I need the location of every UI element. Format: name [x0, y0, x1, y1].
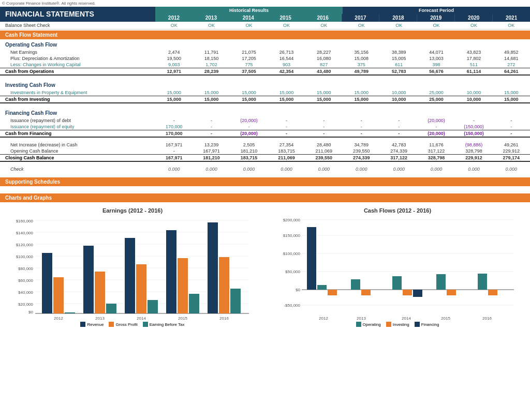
row-val: - — [493, 124, 530, 130]
svg-text:$140,000: $140,000 — [16, 231, 34, 235]
row-val: (20,000) — [418, 117, 455, 124]
row-vals: 167,971181,210183,715211,069239,550274,3… — [155, 155, 530, 161]
row-val: 15,000 — [493, 89, 530, 96]
row-val: - — [343, 130, 380, 137]
balance-check-val: OK — [268, 22, 305, 29]
balance-check-val: OK — [380, 22, 417, 29]
cashflows-legend: Operating Investing Financing — [356, 322, 439, 327]
charts-section-header: Charts and Graphs — [0, 193, 530, 202]
row-val: 14,681 — [493, 55, 530, 62]
svg-text:$40,000: $40,000 — [18, 290, 33, 295]
check-val: 0.000 — [305, 166, 343, 172]
svg-rect-60 — [478, 274, 487, 290]
year-2012: 2012 — [155, 14, 193, 22]
year-2020: 2020 — [454, 14, 492, 22]
svg-text:$160,000: $160,000 — [16, 219, 34, 223]
row-val: 1,702 — [193, 62, 230, 68]
year-2017: 2017 — [342, 14, 379, 22]
svg-text:2014: 2014 — [402, 316, 411, 320]
row-val: - — [193, 124, 230, 130]
row-val: - — [455, 117, 492, 124]
row-val: - — [155, 148, 193, 154]
svg-text:2013: 2013 — [357, 316, 366, 320]
row-val: 12,971 — [155, 68, 193, 74]
earnings-chart-title: Earnings (2012 - 2016) — [102, 207, 163, 214]
row-val: 15,008 — [343, 55, 380, 62]
row-val: - — [343, 117, 380, 124]
row-val: 15,000 — [343, 89, 380, 96]
table-row: Cash from Investing15,00015,00015,00015,… — [0, 96, 530, 103]
cashflows-chart: Cash Flows (2012 - 2016) $200,000 $150,0… — [270, 207, 525, 327]
balance-check-val: OK — [455, 22, 492, 29]
row-val: 328,798 — [455, 148, 492, 154]
row-label: Cash from Financing — [0, 130, 155, 137]
svg-rect-18 — [42, 253, 52, 313]
header-group-row: Historical Results Forecast Period — [155, 7, 530, 14]
row-val: 827 — [305, 62, 343, 68]
operating-sub-header: Operating Cash Flow — [0, 39, 530, 49]
svg-text:2013: 2013 — [95, 316, 105, 320]
row-label: Investments in Property & Equipment — [0, 89, 155, 96]
row-label: Cash from Investing — [0, 96, 155, 102]
row-val: 211,069 — [268, 155, 305, 161]
row-vals: 170,000-(20,000)----(20,000)(150,000)- — [155, 130, 530, 137]
balance-check-val: OK — [193, 22, 230, 29]
row-label: Less: Changes in Working Capital — [0, 62, 155, 68]
legend-financing: Financing — [415, 322, 439, 327]
row-val: - — [268, 124, 305, 130]
row-val: - — [305, 130, 343, 137]
svg-text:2016: 2016 — [482, 316, 492, 320]
row-val: 272 — [493, 62, 530, 68]
year-2018: 2018 — [379, 14, 417, 22]
svg-rect-26 — [148, 300, 158, 313]
check-val: 0.000 — [380, 166, 417, 172]
row-val: 10,000 — [380, 89, 417, 96]
svg-text:$50,000: $50,000 — [285, 269, 300, 274]
check-row: Check 0.0000.0000.0000.0000.0000.0000.00… — [0, 166, 530, 172]
row-val: 10,000 — [455, 89, 492, 96]
row-val: (20,000) — [230, 117, 268, 124]
row-val: 26,713 — [268, 49, 305, 55]
row-val: 25,000 — [418, 89, 455, 96]
table-row: Cash from Financing170,000-(20,000)----(… — [0, 130, 530, 138]
balance-check-vals: OKOKOKOKOKOKOKOKOKOK — [155, 22, 530, 29]
year-2021: 2021 — [492, 14, 530, 22]
svg-text:$120,000: $120,000 — [16, 243, 34, 247]
row-val: 239,550 — [305, 155, 343, 161]
svg-rect-55 — [392, 276, 402, 290]
check-val: 0.000 — [455, 166, 492, 172]
row-val: 10,000 — [380, 96, 417, 102]
svg-text:$0: $0 — [28, 310, 33, 314]
row-val: 239,550 — [343, 148, 380, 154]
charts-container: Earnings (2012 - 2016) $160,000 $140,000… — [0, 202, 530, 332]
row-val: 775 — [230, 62, 268, 68]
row-label: Plus: Depreciation & Amortization — [0, 55, 155, 62]
row-val: 42,783 — [380, 142, 417, 148]
row-val: 61,114 — [455, 68, 492, 74]
row-val: (98,886) — [455, 142, 492, 148]
svg-text:2016: 2016 — [219, 316, 229, 320]
row-val: 13,239 — [193, 142, 230, 148]
row-val: 25,000 — [418, 96, 455, 102]
check-label: Check — [0, 166, 155, 172]
row-label: Issuance (repayment) of debt — [0, 117, 155, 124]
svg-rect-30 — [208, 222, 218, 313]
row-vals: 12,97128,23937,50542,35443,48049,78952,7… — [155, 68, 530, 74]
row-val: 15,000 — [193, 89, 230, 96]
svg-rect-28 — [178, 258, 188, 313]
row-val: 274,339 — [343, 155, 380, 161]
row-val: 170,000 — [155, 130, 193, 137]
historical-group-label: Historical Results — [155, 7, 343, 14]
row-val: 375 — [343, 62, 380, 68]
row-val: 16,544 — [268, 55, 305, 62]
svg-text:$100,000: $100,000 — [283, 251, 301, 256]
row-val: 15,000 — [155, 89, 193, 96]
row-val: 52,783 — [380, 68, 417, 74]
svg-rect-23 — [106, 304, 116, 313]
row-val: (150,000) — [455, 124, 492, 130]
svg-text:2012: 2012 — [54, 316, 63, 320]
row-val: 279,174 — [493, 155, 530, 161]
row-vals: 2,47411,79121,07526,71328,22735,15638,38… — [155, 49, 530, 55]
row-label: Closing Cash Balance — [0, 155, 155, 161]
row-vals: 19,50018,15017,20516,54416,08015,00815,0… — [155, 55, 530, 62]
